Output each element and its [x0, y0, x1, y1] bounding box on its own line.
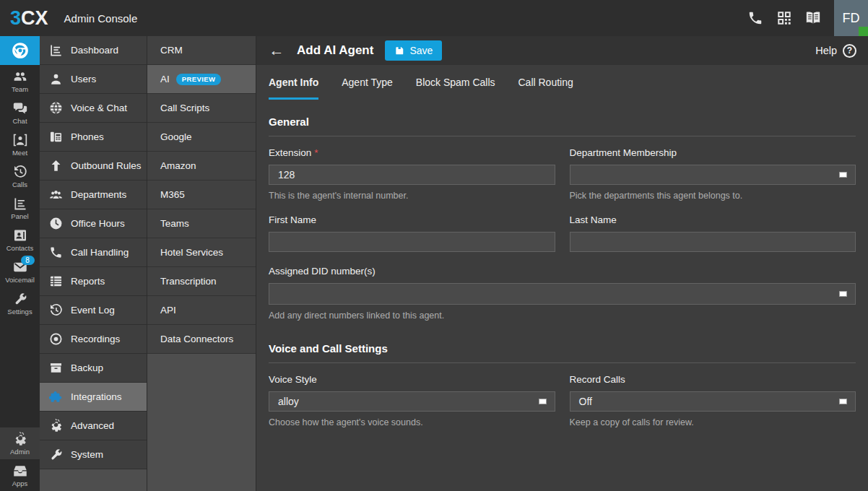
rail-item-admin-console[interactable] [0, 36, 40, 65]
sidebar-item-label: Dashboard [71, 45, 118, 56]
sidebar-item-recordings[interactable]: Recordings [40, 325, 147, 354]
save-button[interactable]: Save [385, 40, 442, 61]
department-membership-helper: Pick the departments this agent belongs … [570, 191, 856, 201]
floppy-save-icon [394, 45, 404, 56]
help-button[interactable]: Help ? [815, 44, 856, 58]
rail-item-label: Team [12, 85, 28, 93]
contacts-icon [13, 228, 27, 243]
panel-icon [13, 196, 27, 211]
sidebar-item-integrations[interactable]: Integrations [40, 383, 147, 412]
submenu-item-label: AI [160, 74, 170, 84]
submenu-item-m365[interactable]: M365 [147, 181, 256, 209]
rail-item-apps[interactable]: Apps [0, 459, 40, 491]
3cx-logo[interactable]: 3CX [10, 7, 48, 30]
sidebar-item-call-handling[interactable]: Call Handling [40, 238, 147, 267]
submenu-item-api[interactable]: API [147, 296, 256, 325]
submenu-item-hotel-services[interactable]: Hotel Services [147, 238, 256, 267]
submenu-item-label: Teams [160, 218, 189, 229]
section-heading-voice-call-settings: Voice and Call Settings [269, 342, 856, 363]
qr-code-icon[interactable] [776, 10, 792, 26]
phone-icon[interactable] [747, 10, 763, 26]
clock-icon [49, 217, 63, 230]
sidebar-item-departments[interactable]: Departments [40, 181, 147, 209]
page-title: Add AI Agent [297, 43, 373, 58]
record-calls-value: Off [579, 396, 592, 407]
sidebar-item-label: System [71, 449, 103, 460]
record-calls-select[interactable]: Off [570, 391, 856, 412]
arrow-up-icon [49, 159, 63, 173]
sidebar-item-label: Advanced [71, 420, 114, 431]
assigned-did-select[interactable] [269, 283, 856, 305]
tab-agent-info[interactable]: Agent Info [269, 65, 318, 100]
tab-call-routing[interactable]: Call Routing [518, 65, 573, 100]
rail-item-meet[interactable]: Meet [0, 129, 40, 160]
first-name-label: First Name [269, 214, 555, 225]
rail-item-panel[interactable]: Panel [0, 192, 40, 224]
user-manual-icon[interactable] [805, 10, 821, 26]
rail-item-contacts[interactable]: Contacts [0, 224, 40, 256]
required-asterisk: * [314, 147, 318, 158]
first-name-input[interactable] [269, 232, 555, 252]
extension-input[interactable] [269, 165, 555, 185]
rail-item-admin[interactable]: Admin [0, 427, 40, 459]
rail-item-team[interactable]: Team [0, 65, 40, 97]
dropdown-indicator-icon [839, 399, 847, 404]
sidebar-item-label: Outbound Rules [71, 160, 142, 171]
report-table-icon [49, 274, 63, 288]
app-title: Admin Console [64, 12, 138, 25]
submenu-item-data-connectors[interactable]: Data Connectors [147, 325, 256, 354]
sidebar-item-reports[interactable]: Reports [40, 267, 147, 296]
voice-style-label: Voice Style [269, 374, 555, 385]
submenu-filler [147, 354, 256, 491]
sidebar-item-outbound-rules[interactable]: Outbound Rules [40, 152, 147, 181]
tab-agent-type[interactable]: Agent Type [342, 65, 393, 100]
sidebar-item-system[interactable]: System [40, 440, 147, 469]
sidebar-item-dashboard[interactable]: Dashboard [40, 36, 147, 65]
rail-item-voicemail[interactable]: 8 Voicemail [0, 256, 40, 287]
tab-block-spam-calls[interactable]: Block Spam Calls [416, 65, 495, 100]
submenu-item-label: Call Scripts [160, 103, 209, 113]
preview-badge: PREVIEW [176, 74, 222, 85]
sidebar-item-users[interactable]: Users [40, 65, 147, 94]
sidebar-item-office-hours[interactable]: Office Hours [40, 209, 147, 238]
user-avatar[interactable]: FD [834, 0, 868, 36]
submenu-item-label: API [160, 305, 176, 316]
voice-style-select[interactable]: alloy [269, 391, 555, 412]
sidebar-item-event-log[interactable]: Event Log [40, 296, 147, 325]
submenu-item-google[interactable]: Google [147, 123, 256, 152]
rail-item-label: Admin [10, 448, 30, 456]
rail-item-label: Chat [12, 117, 27, 125]
submenu-item-label: Amazon [160, 160, 196, 171]
submenu-item-amazon[interactable]: Amazon [147, 152, 256, 181]
sidebar-item-label: Event Log [71, 305, 115, 316]
rail-item-label: Contacts [6, 244, 34, 252]
assigned-did-label: Assigned DID number(s) [269, 266, 856, 277]
rail-item-label: Voicemail [5, 276, 35, 284]
rail-item-settings[interactable]: Settings [0, 287, 40, 319]
record-calls-label: Record Calls [570, 374, 856, 385]
last-name-input[interactable] [570, 232, 856, 252]
sidebar-item-backup[interactable]: Backup [40, 354, 147, 383]
logo-3: 3 [10, 7, 21, 30]
submenu-item-ai[interactable]: AI PREVIEW [147, 65, 256, 94]
submenu-item-teams[interactable]: Teams [147, 209, 256, 238]
save-button-label: Save [409, 45, 433, 56]
rail-item-calls[interactable]: Calls [0, 160, 40, 192]
sidebar-item-advanced[interactable]: Advanced [40, 412, 147, 440]
submenu-item-crm[interactable]: CRM [147, 36, 256, 65]
sidebar-item-voice-chat[interactable]: Voice & Chat [40, 94, 147, 123]
back-arrow-icon[interactable]: ← [268, 42, 285, 59]
gear-icon [49, 419, 63, 433]
avatar-initials: FD [843, 11, 860, 26]
sidebar-item-label: Voice & Chat [71, 103, 127, 113]
rail-item-chat[interactable]: Chat [0, 97, 40, 129]
extension-helper: This is the agent's internal number. [269, 191, 555, 201]
rail-item-label: Panel [11, 212, 28, 220]
submenu-item-transcription[interactable]: Transcription [147, 267, 256, 296]
wrench-icon [49, 448, 63, 461]
sidebar-item-phones[interactable]: Phones [40, 123, 147, 152]
logo-cx: CX [21, 7, 48, 30]
extension-label: Extension* [269, 147, 555, 158]
department-membership-select[interactable] [570, 165, 856, 185]
submenu-item-call-scripts[interactable]: Call Scripts [147, 94, 256, 123]
